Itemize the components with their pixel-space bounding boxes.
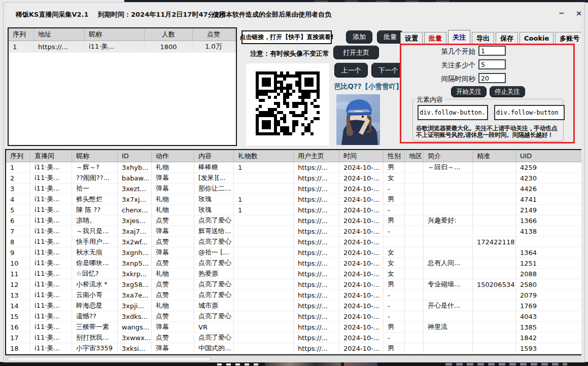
table-row[interactable]: 1i11·美...～辉～?3xhyb...礼物棒棒糖1https://...20… (6, 162, 582, 173)
table-cell: 点亮了爱心 (194, 237, 234, 247)
column-header[interactable]: 序列 (9, 28, 34, 41)
table-row[interactable]: 12i11·美...小桥流水＊3xg58...点赞点亮了爱心https://..… (6, 279, 582, 290)
table-cell (424, 290, 473, 300)
column-header[interactable]: 昵称 (85, 28, 145, 41)
open-homepage-button[interactable]: 打开主页 (333, 46, 379, 59)
table-cell: https://... (294, 290, 339, 300)
table-cell: 7 (6, 226, 30, 236)
table-row[interactable]: 18i11·美...小宇宙33593xksi...弹幕中国式的...https:… (6, 343, 582, 354)
column-header[interactable]: 精准 (473, 150, 516, 162)
table-cell (405, 322, 424, 332)
table-cell (473, 258, 516, 268)
table-cell: 1251 (516, 258, 582, 268)
table-cell (516, 237, 582, 247)
table-cell (234, 258, 294, 268)
table-cell: 遗憾?? (72, 311, 118, 321)
column-header[interactable]: 内容 (194, 150, 234, 162)
column-header[interactable]: 人数 (145, 28, 193, 41)
table-row[interactable]: 4i11·美...裤头憋烂3x7xj...礼物玫瑰1https://...202… (6, 194, 582, 205)
table-cell: ??闹闹??... (72, 173, 118, 183)
column-header[interactable]: 点赞 (193, 28, 235, 41)
table-row[interactable]: 16i11·美...三横带一素wangs...弹幕VRhttps://...20… (6, 322, 582, 333)
table-cell: https://... (294, 322, 339, 332)
table-cell: 三横带一素 (72, 322, 118, 332)
table-row[interactable]: 9i11·美...秋水无痕3xgnh...弹幕@拾一 [...https://.… (6, 247, 582, 258)
selector-input-left[interactable] (418, 105, 488, 120)
column-header[interactable]: 礼物数 (234, 150, 294, 162)
interval-input[interactable] (478, 73, 506, 83)
column-header[interactable]: 地址 (34, 28, 85, 41)
table-cell: VR (194, 322, 234, 332)
table-row[interactable]: 6i11·美...凉睛。3xjes...点赞点亮了爱心https://...20… (6, 215, 582, 226)
column-header[interactable]: 动作 (152, 150, 194, 162)
tab-设置[interactable]: 设置 (400, 32, 423, 45)
table-cell: 拾一 (72, 184, 118, 194)
tab-导出[interactable]: 导出 (472, 32, 494, 45)
table-cell: https://... (294, 247, 339, 258)
table-cell: 4426 (516, 184, 582, 194)
table-cell (424, 343, 473, 353)
table-cell (405, 194, 424, 204)
column-header[interactable]: 时间 (339, 150, 384, 162)
table-cell: 4741 (516, 194, 582, 204)
minimize-icon[interactable]: − (555, 8, 569, 20)
scrollbar-thumb[interactable] (8, 357, 211, 361)
table-row[interactable]: 15i11·美...遗憾??3xdks...点赞点亮了爱心https://...… (6, 311, 582, 322)
follow-count-input[interactable] (478, 59, 506, 69)
table-row[interactable]: 7i11·美...～我只是...3xaj7...弹幕辉哥送给...https:/… (6, 226, 582, 237)
table-cell: i11·美... (30, 290, 72, 300)
table-cell: 1 (6, 162, 30, 172)
table-row[interactable]: 1https://...i11·美...18001.0万 (9, 41, 236, 53)
column-header[interactable]: 序列 (6, 150, 30, 162)
column-header[interactable]: ID (118, 150, 152, 162)
batch-add-button[interactable]: 批量 (377, 30, 403, 44)
column-header[interactable]: 简介 (424, 150, 473, 162)
column-header[interactable]: UID (516, 150, 582, 162)
table-cell: 秋水无痕 (72, 247, 118, 258)
tab-多账号[interactable]: 多账号 (555, 32, 584, 45)
table-cell: 3x2wf... (118, 237, 152, 247)
column-header[interactable]: 昵称 (72, 150, 118, 162)
column-header[interactable]: 性别 (384, 150, 405, 162)
table-cell: 2024-10-... (339, 354, 384, 355)
table-row[interactable]: 10i11·美...你是哪块...3xnp5...点赞点亮了爱心https://… (6, 258, 582, 269)
stop-follow-button[interactable]: 停止关注 (490, 86, 525, 97)
table-cell (234, 226, 294, 236)
selector-input-right[interactable] (494, 105, 565, 120)
table-cell: 3xpji... (118, 301, 152, 311)
table-row[interactable]: 14i11·美...眸海恋星3xpji...礼物城市票https://...20… (6, 301, 582, 311)
table-cell: i11·美... (30, 215, 72, 226)
table-cell (473, 247, 516, 258)
table-cell: 2024-10-... (339, 205, 384, 215)
table-row[interactable]: 5i11·美...陳 陈 ??chenx...礼物玫瑰1https://...2… (6, 205, 582, 215)
table-row[interactable]: 19i11·美...芭比Q??...k1997...弹幕@～我只...https… (6, 354, 582, 355)
table-cell: 点赞 (152, 258, 194, 268)
table-row[interactable]: 3i11·美...拾一3xezt...弹幕那你让二...https://...2… (6, 184, 582, 194)
table-cell: 点亮了爱心 (194, 215, 234, 226)
tab-Cookie[interactable]: Cookie (520, 32, 554, 45)
table-row[interactable]: 8i11·美...快手用户...3x2wf...点赞点亮了爱心https://.… (6, 237, 582, 247)
table-cell: i11·美... (30, 162, 72, 172)
tab-保存[interactable]: 保存 (496, 32, 518, 45)
previous-button[interactable]: 上一个 (334, 63, 368, 78)
table-cell: 4138 (516, 226, 582, 236)
tab-批量[interactable]: 批量 (424, 32, 446, 45)
table-row[interactable]: 2i11·美...??闹闹??...babaw...弹幕[发呆][...http… (6, 173, 582, 184)
table-cell: 礼物 (152, 301, 194, 311)
horizontal-scrollbar[interactable] (5, 356, 583, 362)
table-row[interactable]: 13i11·美...云南小哥3xa7e...点赞点亮了爱心https://...… (6, 290, 582, 301)
open-kuaishou-link-button[interactable]: 点击链接，打开【快手】直接观看! (241, 30, 332, 44)
close-icon[interactable]: × (572, 8, 586, 20)
table-row[interactable]: 17i11·美...别打扰我...3xwwx...点赞点亮了爱心https://… (6, 333, 582, 343)
table-cell: 2024-10-... (339, 301, 384, 311)
start-index-input[interactable] (478, 46, 506, 56)
table-row[interactable]: 11i11·美...☆回忆?3xkrp...礼物热爱票https://...20… (6, 269, 582, 279)
table-cell: - (384, 226, 405, 236)
column-header[interactable]: 直播间 (30, 150, 72, 162)
add-button[interactable]: 添加 (346, 30, 372, 44)
column-header[interactable]: 地区 (405, 150, 424, 162)
column-header[interactable]: 用户主页 (294, 150, 339, 162)
table-cell: i11·美... (30, 237, 72, 247)
tab-关注[interactable]: 关注 (448, 30, 470, 45)
start-follow-button[interactable]: 开始关注 (451, 86, 487, 97)
